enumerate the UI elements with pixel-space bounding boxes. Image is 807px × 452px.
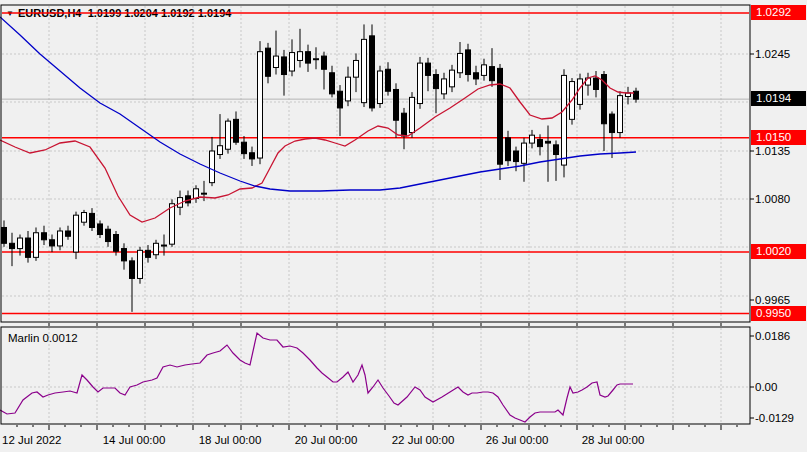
candlestick: [322, 56, 327, 69]
candlestick: [482, 65, 487, 76]
candlestick: [274, 56, 279, 67]
candlestick: [266, 48, 271, 76]
level-price-badge: 1.0292: [751, 5, 806, 20]
main-panel-border: [1, 5, 750, 322]
candlestick: [122, 249, 127, 261]
candlestick: [18, 238, 23, 249]
candlestick: [362, 39, 367, 102]
candlestick: [562, 75, 567, 165]
candlestick: [538, 140, 543, 147]
candlestick: [346, 77, 351, 101]
price-axis-label: 1.0135: [755, 144, 790, 158]
candlestick: [10, 243, 15, 248]
candlestick: [226, 121, 231, 149]
candlestick: [202, 193, 207, 194]
time-axis-label: 18 Jul 00:00: [199, 434, 262, 446]
candlestick: [98, 224, 103, 235]
candlestick: [210, 151, 215, 183]
candlestick: [74, 215, 79, 252]
candlestick: [394, 89, 399, 120]
candlestick: [50, 240, 55, 246]
candlestick: [402, 113, 407, 136]
candlestick: [146, 250, 151, 257]
current-price-badge: 1.0194: [751, 91, 806, 106]
candlestick: [378, 71, 383, 104]
time-axis-label: 12 Jul 2022: [2, 434, 61, 446]
price-axis-label: 1.0245: [755, 47, 790, 61]
candlestick: [506, 138, 511, 161]
level-price-badge: 0.9950: [751, 306, 806, 321]
candlestick: [338, 91, 343, 108]
candlestick: [418, 63, 423, 103]
time-axis-label: 28 Jul 00:00: [582, 434, 645, 446]
price-axis-label: 1.0080: [755, 192, 790, 206]
candlestick: [66, 231, 71, 236]
candlestick: [474, 73, 479, 79]
candlestick: [114, 235, 119, 252]
candlestick: [426, 63, 431, 75]
candlestick: [370, 36, 375, 108]
candlestick: [410, 97, 415, 132]
candlestick: [586, 78, 591, 85]
candlestick: [154, 243, 159, 254]
candlestick: [282, 57, 287, 75]
candlestick: [610, 114, 615, 132]
candlestick: [170, 204, 175, 244]
candlestick: [330, 73, 335, 94]
candlestick: [450, 70, 455, 87]
candlestick: [130, 261, 135, 279]
candlestick: [306, 52, 311, 63]
candlestick: [138, 250, 143, 278]
ma-slow-line: [0, 17, 636, 191]
candlestick: [258, 52, 263, 158]
candlestick: [218, 146, 223, 155]
candlestick: [42, 233, 47, 240]
candlestick: [82, 213, 87, 223]
price-axis-label: 0.9965: [755, 293, 790, 307]
candlestick: [434, 75, 439, 89]
time-axis-label: 26 Jul 00:00: [486, 434, 549, 446]
indicator-line: [0, 333, 633, 422]
candlestick: [290, 53, 295, 71]
candlestick: [514, 151, 519, 162]
candlestick: [354, 60, 359, 77]
candlestick: [634, 91, 639, 99]
time-axis-label: 14 Jul 00:00: [103, 434, 166, 446]
indicator-label: Marlin 0.0012: [8, 332, 78, 344]
candlestick: [442, 79, 447, 94]
trading-chart-window: ▼EURUSD,H4 1.0199 1.0204 1.0192 1.0194 1…: [0, 0, 807, 452]
candlestick: [314, 59, 319, 60]
time-axis-label: 20 Jul 00:00: [295, 434, 358, 446]
candlestick: [386, 69, 391, 91]
candlestick: [298, 52, 303, 61]
candlestick: [58, 231, 63, 246]
candlestick: [594, 78, 599, 89]
candlestick: [498, 68, 503, 164]
candlestick: [618, 96, 623, 133]
candlestick: [466, 50, 471, 75]
candlestick: [490, 67, 495, 81]
price-axis-label: -0.0129: [755, 411, 794, 425]
candlestick: [26, 238, 31, 257]
time-axis-label: 22 Jul 00:00: [392, 434, 455, 446]
candlestick: [458, 53, 463, 72]
candlestick: [554, 145, 559, 155]
ma-fast-line: [0, 76, 634, 222]
sub-panel-border: [1, 327, 750, 424]
candlestick: [162, 245, 167, 246]
chart-canvas[interactable]: [0, 0, 807, 452]
level-price-badge: 1.0150: [751, 130, 806, 145]
candlestick: [250, 153, 255, 159]
candlestick: [546, 141, 551, 143]
price-axis-label: 0.0186: [755, 329, 790, 343]
candlestick: [90, 213, 95, 227]
level-price-badge: 1.0020: [751, 244, 806, 259]
candlestick: [522, 143, 527, 163]
price-axis-label: 0.00: [755, 380, 777, 394]
candlestick: [106, 229, 111, 241]
candlestick: [530, 135, 535, 143]
candlestick: [234, 119, 239, 142]
candlestick: [2, 227, 7, 243]
candlestick: [34, 233, 39, 258]
candlestick: [242, 142, 247, 153]
